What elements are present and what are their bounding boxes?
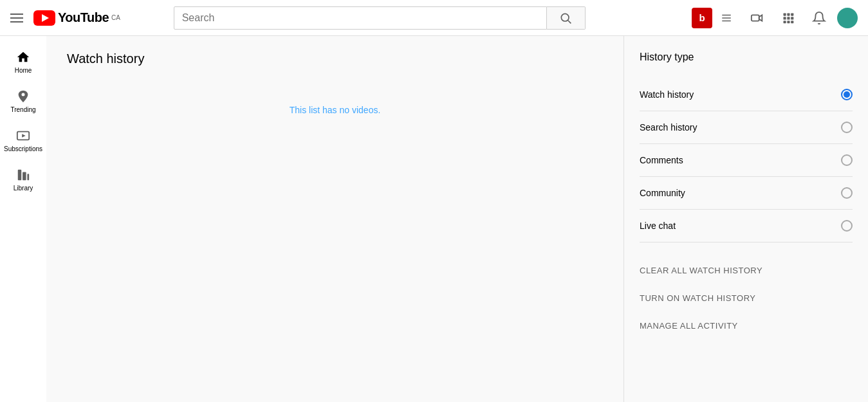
- user-account-pair: b: [692, 5, 739, 31]
- search-icon: [559, 12, 572, 24]
- search-input-wrap: [174, 6, 547, 30]
- library-icon: [16, 168, 30, 182]
- svg-marker-18: [22, 134, 26, 138]
- search-history-radio[interactable]: [841, 122, 853, 133]
- community-label: Community: [640, 188, 685, 198]
- history-option-watch[interactable]: Watch history: [640, 78, 853, 111]
- sidebar-label-library: Library: [14, 185, 33, 192]
- manage-all-activity-button[interactable]: MANAGE ALL ACTIVITY: [640, 313, 853, 338]
- history-option-search[interactable]: Search history: [640, 111, 853, 144]
- svg-rect-20: [23, 172, 26, 180]
- empty-message: This list has no videos.: [67, 105, 603, 115]
- avatar-icon[interactable]: b: [692, 8, 712, 28]
- svg-line-3: [568, 20, 571, 23]
- history-options: Watch history Search history Comments Co…: [640, 78, 853, 242]
- trending-icon: [16, 89, 30, 104]
- subscriptions-icon: [16, 129, 30, 143]
- svg-rect-10: [791, 13, 793, 15]
- content-area: Watch history This list has no videos.: [46, 36, 623, 402]
- sidebar-item-library[interactable]: Library: [0, 159, 46, 198]
- home-icon: [16, 50, 30, 64]
- search-bar: [174, 6, 586, 30]
- page-title: Watch history: [67, 51, 603, 66]
- video-camera-icon: [750, 11, 764, 25]
- community-radio[interactable]: [841, 187, 853, 199]
- history-option-comments[interactable]: Comments: [640, 144, 853, 177]
- bell-icon: [812, 11, 826, 25]
- user-avatar[interactable]: [837, 8, 858, 28]
- grid-icon: [782, 12, 795, 24]
- sidebar-label-trending: Trending: [10, 106, 35, 113]
- comments-radio[interactable]: [841, 154, 853, 166]
- svg-rect-7: [752, 15, 759, 21]
- svg-rect-13: [791, 17, 793, 19]
- svg-rect-19: [18, 170, 22, 181]
- svg-rect-8: [784, 13, 786, 15]
- youtube-logo[interactable]: YouTubeCA: [33, 10, 120, 26]
- comments-label: Comments: [640, 155, 683, 165]
- watch-history-radio[interactable]: [841, 89, 853, 100]
- turn-on-watch-history-button[interactable]: TURN ON WATCH HISTORY: [640, 286, 853, 311]
- svg-rect-15: [787, 21, 790, 23]
- history-option-livechat[interactable]: Live chat: [640, 210, 853, 242]
- livechat-label: Live chat: [640, 221, 676, 231]
- svg-rect-11: [784, 17, 786, 19]
- menu-lines-icon: [721, 12, 732, 24]
- svg-rect-14: [784, 21, 786, 23]
- hamburger-menu[interactable]: [10, 14, 23, 23]
- youtube-logo-icon: [33, 10, 55, 26]
- search-history-label: Search history: [640, 122, 697, 132]
- header-left: YouTubeCA: [10, 10, 120, 26]
- svg-rect-12: [787, 17, 790, 19]
- sidebar-item-subscriptions[interactable]: Subscriptions: [0, 120, 46, 159]
- sidebar-item-trending[interactable]: Trending: [0, 80, 46, 120]
- sidebar: Home Trending Subscriptions Library: [0, 36, 46, 402]
- header-right: b: [692, 5, 858, 31]
- sidebar-label-home: Home: [15, 67, 32, 74]
- history-type-title: History type: [640, 51, 853, 68]
- right-panel: History type Watch history Search histor…: [623, 36, 868, 402]
- account-list-icon[interactable]: [714, 5, 739, 31]
- watch-history-label: Watch history: [640, 89, 694, 100]
- create-video-icon[interactable]: [744, 5, 770, 31]
- logo-country: CA: [111, 14, 120, 21]
- main-layout: Watch history This list has no videos. H…: [46, 36, 868, 402]
- livechat-radio[interactable]: [841, 220, 853, 232]
- notifications-icon[interactable]: [806, 5, 832, 31]
- svg-rect-21: [27, 174, 29, 180]
- svg-point-2: [561, 14, 569, 21]
- svg-rect-9: [787, 13, 790, 15]
- search-input[interactable]: [174, 12, 546, 24]
- apps-grid-icon[interactable]: [775, 5, 801, 31]
- logo-text: YouTube: [58, 10, 109, 25]
- clear-watch-history-button[interactable]: CLEAR ALL WATCH HISTORY: [640, 258, 853, 283]
- search-button[interactable]: [547, 6, 586, 30]
- svg-rect-16: [791, 21, 793, 23]
- action-buttons: CLEAR ALL WATCH HISTORY TURN ON WATCH HI…: [640, 258, 853, 338]
- sidebar-label-subscriptions: Subscriptions: [4, 145, 42, 152]
- header: YouTubeCA b: [0, 0, 868, 36]
- sidebar-item-home[interactable]: Home: [0, 41, 46, 80]
- history-option-community[interactable]: Community: [640, 177, 853, 210]
